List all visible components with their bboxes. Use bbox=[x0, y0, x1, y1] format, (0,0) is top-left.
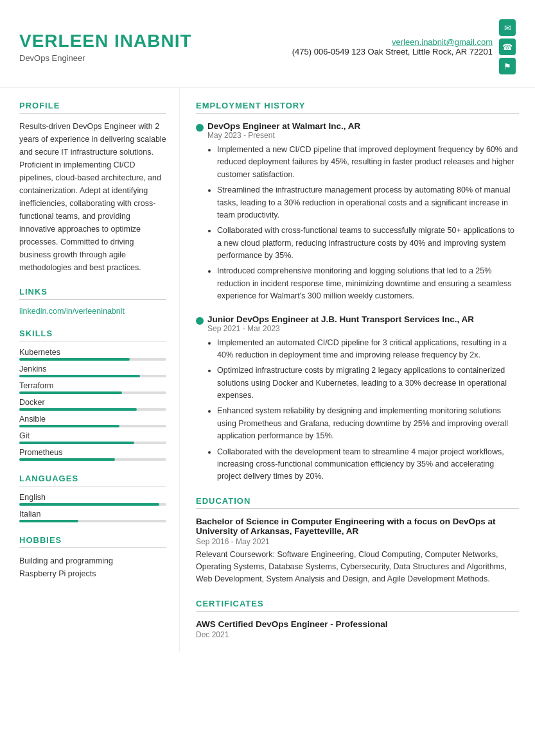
skill-name: Docker bbox=[19, 398, 166, 407]
skill-item: Kubernetes bbox=[19, 348, 166, 361]
job-date: May 2023 - Present bbox=[207, 131, 519, 140]
certificate-entry: AWS Certified DevOps Engineer - Professi… bbox=[196, 619, 519, 639]
skill-bar-bg bbox=[19, 408, 166, 411]
skill-item: Jenkins bbox=[19, 365, 166, 377]
languages-container: English Italian bbox=[19, 493, 166, 522]
main-content: PROFILE Results-driven DevOps Engineer w… bbox=[0, 88, 535, 652]
language-bar-fill bbox=[19, 503, 159, 506]
employment-heading: EMPLOYMENT HISTORY bbox=[196, 101, 519, 114]
skill-name: Git bbox=[19, 431, 166, 440]
header-right: verleen.inabnit@gmail.com (475) 006-0549… bbox=[292, 19, 516, 74]
education-date: Sep 2016 - May 2021 bbox=[196, 537, 519, 546]
hobbies-text: Building and programming Raspberry Pi pr… bbox=[19, 554, 166, 580]
job-date: Sep 2021 - Mar 2023 bbox=[207, 324, 519, 333]
profile-heading: PROFILE bbox=[19, 101, 166, 114]
job-title: DevOps Engineer at Walmart Inc., AR bbox=[207, 121, 519, 131]
education-title: Bachelor of Science in Computer Engineer… bbox=[196, 517, 519, 536]
contact-info: verleen.inabnit@gmail.com (475) 006-0549… bbox=[292, 37, 493, 56]
skill-bar-fill bbox=[19, 375, 140, 377]
skill-bar-bg bbox=[19, 458, 166, 461]
header: VERLEEN INABNIT DevOps Engineer verleen.… bbox=[0, 0, 535, 88]
job-bullet: Introduced comprehensive monitoring and … bbox=[217, 265, 519, 302]
skill-item: Ansible bbox=[19, 415, 166, 427]
hobbies-heading: HOBBIES bbox=[19, 535, 166, 548]
skill-bar-fill bbox=[19, 408, 137, 411]
skill-bar-bg bbox=[19, 358, 166, 361]
language-item: English bbox=[19, 493, 166, 506]
candidate-name: VERLEEN INABNIT bbox=[19, 31, 192, 51]
skill-item: Prometheus bbox=[19, 448, 166, 461]
job-bullet: Implemented an automated CI/CD pipeline … bbox=[217, 337, 519, 362]
education-heading: EDUCATION bbox=[196, 496, 519, 509]
header-left: VERLEEN INABNIT DevOps Engineer bbox=[19, 31, 192, 63]
hobbies-line1: Building and programming bbox=[19, 556, 113, 565]
skill-bar-bg bbox=[19, 391, 166, 394]
skill-name: Terraform bbox=[19, 381, 166, 390]
location-icon: ⚑ bbox=[499, 58, 516, 74]
skill-bar-fill bbox=[19, 442, 134, 444]
skill-bar-fill bbox=[19, 458, 115, 461]
skill-bar-fill bbox=[19, 425, 119, 427]
skill-name: Kubernetes bbox=[19, 348, 166, 357]
skill-bar-bg bbox=[19, 442, 166, 444]
language-bar-bg bbox=[19, 520, 166, 522]
right-column: EMPLOYMENT HISTORY DevOps Engineer at Wa… bbox=[180, 88, 535, 652]
job-bullets: Implemented an automated CI/CD pipeline … bbox=[207, 337, 519, 483]
email-link[interactable]: verleen.inabnit@gmail.com bbox=[292, 37, 493, 47]
profile-text: Results-driven DevOps Engineer with 2 ye… bbox=[19, 120, 166, 274]
hobbies-line2: Raspberry Pi projects bbox=[19, 569, 96, 578]
language-name: Italian bbox=[19, 510, 166, 519]
language-item: Italian bbox=[19, 510, 166, 522]
certs-container: AWS Certified DevOps Engineer - Professi… bbox=[196, 619, 519, 639]
job-bullet: Enhanced system reliability by designing… bbox=[217, 405, 519, 442]
job-entry: DevOps Engineer at Walmart Inc., AR May … bbox=[196, 121, 519, 303]
address-text: 123 Oak Street, Little Rock, AR 72201 bbox=[351, 47, 493, 56]
skill-bar-bg bbox=[19, 375, 166, 377]
skill-bar-bg bbox=[19, 425, 166, 427]
job-title: Junior DevOps Engineer at J.B. Hunt Tran… bbox=[207, 314, 519, 324]
skill-item: Docker bbox=[19, 398, 166, 411]
skill-name: Jenkins bbox=[19, 365, 166, 374]
phone-text: (475) 006-0549 bbox=[292, 47, 349, 56]
links-heading: LINKS bbox=[19, 287, 166, 300]
skill-name: Prometheus bbox=[19, 448, 166, 457]
linkedin-link-item: linkedin.com/in/verleeninabnit bbox=[19, 306, 166, 316]
language-bar-bg bbox=[19, 503, 166, 506]
left-column: PROFILE Results-driven DevOps Engineer w… bbox=[0, 88, 180, 652]
skill-bar-fill bbox=[19, 391, 122, 394]
linkedin-link[interactable]: linkedin.com/in/verleeninabnit bbox=[19, 307, 125, 316]
skill-item: Terraform bbox=[19, 381, 166, 394]
phone-icon: ☎ bbox=[499, 39, 516, 55]
language-bar-fill bbox=[19, 520, 78, 522]
education-entry: Bachelor of Science in Computer Engineer… bbox=[196, 517, 519, 586]
jobs-container: DevOps Engineer at Walmart Inc., AR May … bbox=[196, 121, 519, 483]
skills-heading: SKILLS bbox=[19, 329, 166, 341]
job-bullet: Implemented a new CI/CD pipeline that im… bbox=[217, 144, 519, 181]
cert-title: AWS Certified DevOps Engineer - Professi… bbox=[196, 619, 519, 629]
job-dot bbox=[196, 317, 204, 325]
job-bullet: Optimized infrastructure costs by migrat… bbox=[217, 365, 519, 402]
job-dot bbox=[196, 124, 204, 132]
skill-bar-fill bbox=[19, 358, 130, 361]
job-bullet: Collaborated with cross-functional teams… bbox=[217, 225, 519, 262]
job-bullet: Streamlined the infrastructure managemen… bbox=[217, 184, 519, 221]
languages-heading: LANGUAGES bbox=[19, 474, 166, 486]
skill-item: Git bbox=[19, 431, 166, 444]
education-text: Relevant Coursework: Software Engineerin… bbox=[196, 549, 519, 586]
job-bullets: Implemented a new CI/CD pipeline that im… bbox=[207, 144, 519, 303]
certificates-heading: CERTIFICATES bbox=[196, 599, 519, 612]
candidate-title: DevOps Engineer bbox=[19, 53, 192, 63]
job-bullet: Collaborated with the development team t… bbox=[217, 446, 519, 483]
cert-date: Dec 2021 bbox=[196, 630, 519, 639]
job-entry: Junior DevOps Engineer at J.B. Hunt Tran… bbox=[196, 314, 519, 483]
skills-container: Kubernetes Jenkins Terraform Docker Ansi… bbox=[19, 348, 166, 461]
language-name: English bbox=[19, 493, 166, 502]
email-icon: ✉ bbox=[499, 19, 516, 36]
contact-icons: ✉ ☎ ⚑ bbox=[499, 19, 516, 74]
skill-name: Ansible bbox=[19, 415, 166, 424]
